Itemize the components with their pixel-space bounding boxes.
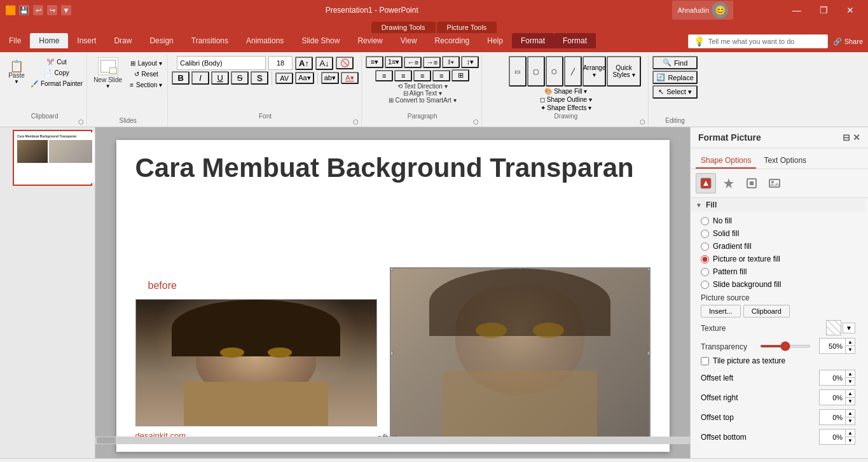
- font-color-button[interactable]: A▾: [341, 72, 359, 84]
- shape-more[interactable]: ⬡: [546, 56, 563, 87]
- tab-draw[interactable]: Draw: [105, 33, 141, 48]
- align-center-button[interactable]: ≡: [394, 70, 412, 81]
- fill-effects-icon-btn[interactable]: [696, 173, 716, 193]
- decrease-indent-button[interactable]: ←≡: [404, 57, 422, 68]
- text-options-tab[interactable]: Text Options: [759, 153, 811, 169]
- texture-dropdown-button[interactable]: ▼: [843, 323, 855, 333]
- insert-picture-button[interactable]: Insert...: [701, 305, 741, 318]
- grow-font-button[interactable]: A↑: [295, 57, 313, 70]
- effects-icon-btn[interactable]: [719, 173, 739, 193]
- picture-tools-tab[interactable]: Picture Tools: [437, 22, 497, 33]
- shape-line[interactable]: ╱: [564, 56, 582, 87]
- format-painter-button[interactable]: 🖌️Format Painter: [29, 79, 84, 88]
- align-right-button[interactable]: ≡: [413, 70, 431, 81]
- no-fill-option[interactable]: No fill: [701, 214, 855, 227]
- picture-icon-btn[interactable]: [764, 173, 785, 193]
- picture-fill-option[interactable]: Picture or texture fill: [701, 253, 855, 265]
- tell-me-box[interactable]: 💡 Tell me what you want to do: [688, 34, 828, 48]
- fill-section-header[interactable]: ▼ Fill: [691, 198, 865, 212]
- size-position-icon-btn[interactable]: [741, 173, 762, 193]
- customize-icon[interactable]: ▼: [61, 5, 71, 15]
- panel-inner-scroll[interactable]: ▼ Fill No fill Solid fill: [691, 198, 868, 458]
- undo-icon[interactable]: ↩: [33, 5, 43, 15]
- offset-bottom-decrement[interactable]: ▼: [846, 437, 855, 444]
- picture-fill-radio[interactable]: [701, 255, 709, 263]
- minimize-button[interactable]: —: [784, 0, 809, 20]
- align-text-btn[interactable]: ⊟ Align Text ▾: [403, 90, 442, 97]
- clipboard-button[interactable]: Clipboard: [743, 305, 790, 318]
- drawing-expand[interactable]: ⬡: [640, 118, 645, 125]
- slide-thumbnail-1[interactable]: Cara Membuat Background Transparan: [13, 130, 92, 186]
- shape-rounded[interactable]: ▢: [527, 56, 545, 87]
- tab-review[interactable]: Review: [348, 33, 391, 48]
- before-image[interactable]: [135, 299, 377, 426]
- transparency-slider[interactable]: [760, 345, 811, 347]
- arrange-button[interactable]: Arrange ▾: [582, 56, 607, 87]
- shadow-button[interactable]: S: [251, 71, 268, 85]
- quick-access-toolbar[interactable]: 🟧 💾 ↩ ↪ ▼: [5, 5, 71, 15]
- italic-button[interactable]: I: [191, 71, 209, 85]
- columns-button[interactable]: ⫴▾: [442, 56, 460, 68]
- section-button[interactable]: ≡Section ▾: [127, 80, 165, 90]
- offset-left-input[interactable]: [820, 373, 845, 383]
- offset-right-increment[interactable]: ▲: [846, 390, 855, 398]
- font-name-input[interactable]: [177, 56, 266, 70]
- find-button[interactable]: 🔍 Find: [652, 56, 697, 69]
- save-icon[interactable]: 💾: [19, 5, 29, 15]
- reset-button[interactable]: ↺Reset: [127, 69, 165, 79]
- tab-insert[interactable]: Insert: [68, 33, 105, 48]
- cut-button[interactable]: ✂️Cut: [29, 57, 84, 67]
- align-left-button[interactable]: ≡: [375, 70, 393, 81]
- restore-button[interactable]: ❐: [811, 0, 836, 20]
- offset-top-decrement[interactable]: ▼: [846, 417, 855, 424]
- solid-fill-option[interactable]: Solid fill: [701, 227, 855, 240]
- slide-bg-fill-radio[interactable]: [701, 281, 709, 289]
- new-slide-button[interactable]: New Slide ▼: [91, 56, 125, 90]
- quick-styles-button[interactable]: Quick Styles ▾: [607, 56, 640, 87]
- layout-button[interactable]: ⊞Layout ▾: [127, 59, 165, 68]
- paste-button[interactable]: 📋 Paste ▼: [5, 56, 28, 89]
- tab-file[interactable]: File: [0, 33, 30, 48]
- font-size-input[interactable]: [268, 56, 293, 70]
- user-avatar[interactable]: 😊: [712, 2, 728, 18]
- numbering-button[interactable]: 1≡▾: [385, 56, 403, 68]
- shape-rect[interactable]: ▭: [509, 56, 527, 87]
- font-expand[interactable]: ⬡: [353, 118, 359, 125]
- transparency-increment[interactable]: ▲: [846, 339, 855, 346]
- offset-right-decrement[interactable]: ▼: [846, 398, 855, 405]
- gradient-fill-option[interactable]: Gradient fill: [701, 240, 855, 253]
- clear-format-button[interactable]: 🚫: [336, 57, 354, 69]
- bold-button[interactable]: B: [172, 71, 189, 85]
- pattern-fill-option[interactable]: Pattern fill: [701, 265, 855, 278]
- text-direction-btn[interactable]: ⟲ Text Direction ▾: [397, 83, 448, 90]
- tab-view[interactable]: View: [392, 33, 426, 48]
- tab-home[interactable]: Home: [30, 33, 68, 48]
- drawing-tools-tab[interactable]: Drawing Tools: [371, 22, 436, 33]
- underline-button[interactable]: U: [211, 71, 229, 85]
- no-fill-radio[interactable]: [701, 217, 709, 225]
- tab-format2[interactable]: Format: [554, 33, 596, 48]
- char-spacing-button[interactable]: AV: [275, 73, 293, 84]
- offset-top-input[interactable]: [820, 412, 845, 423]
- tab-format1[interactable]: Format: [512, 33, 554, 48]
- transparency-input[interactable]: [820, 341, 845, 351]
- increase-indent-button[interactable]: →≡: [423, 57, 441, 68]
- tab-recording[interactable]: Recording: [426, 33, 479, 48]
- case-button[interactable]: Aa▾: [295, 72, 313, 84]
- panel-collapse-button[interactable]: ⊟: [843, 132, 850, 143]
- tab-animations[interactable]: Animations: [237, 33, 293, 48]
- gradient-fill-radio[interactable]: [701, 242, 709, 251]
- smart-art-button[interactable]: ⊞: [451, 69, 469, 81]
- clipboard-expand[interactable]: ⬡: [78, 118, 84, 125]
- offset-left-decrement[interactable]: ▼: [846, 378, 855, 385]
- transparency-decrement[interactable]: ▼: [846, 346, 855, 353]
- convert-smartart-btn[interactable]: ⊞ Convert to SmartArt ▾: [389, 97, 457, 104]
- shrink-font-button[interactable]: A↓: [315, 57, 333, 70]
- tile-checkbox[interactable]: [701, 357, 709, 365]
- copy-button[interactable]: 📄Copy: [29, 68, 84, 78]
- shape-options-tab[interactable]: Shape Options: [696, 153, 756, 169]
- canvas-area[interactable]: Cara Membuat Background Transparan befor…: [95, 127, 690, 458]
- h-scroll-thumb[interactable]: [97, 437, 116, 444]
- tab-slideshow[interactable]: Slide Show: [293, 33, 348, 48]
- h-scrollbar[interactable]: [95, 437, 690, 444]
